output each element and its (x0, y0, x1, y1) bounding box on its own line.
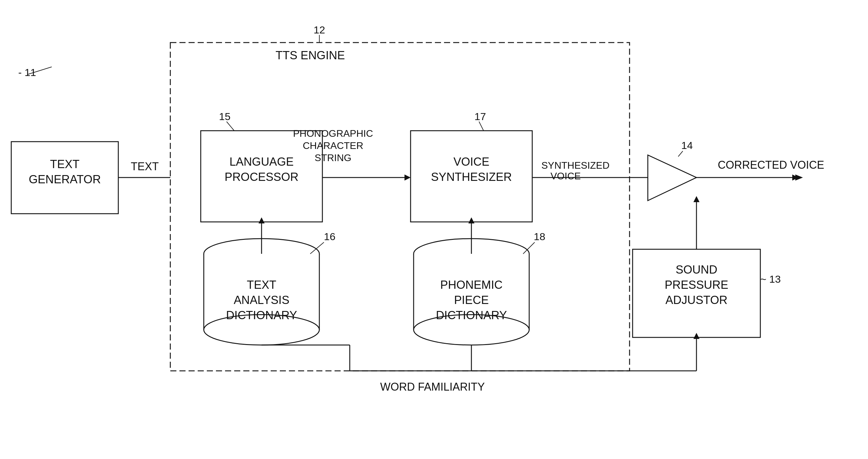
lp-label1: LANGUAGE (229, 155, 293, 168)
diagram-container: - 11 TEXT GENERATOR TEXT TTS ENGINE 12 L… (0, 0, 868, 459)
word-fam-label: WORD FAMILIARITY (380, 381, 485, 393)
vs-label2: SYNTHESIZER (431, 170, 512, 183)
ppd-label2: PIECE (454, 294, 489, 306)
phono-char-label2: CHARACTER (303, 140, 363, 151)
text-label: TEXT (131, 160, 159, 173)
tts-engine-label: TTS ENGINE (276, 49, 345, 62)
ref-17: 17 (474, 111, 486, 122)
phono-char-label1: PHONOGRAPHIC (293, 128, 373, 139)
ref-15: 15 (219, 111, 230, 122)
ppd-label1: PHONEMIC (440, 278, 503, 291)
svg-line-4 (678, 151, 683, 157)
ref-18: 18 (534, 231, 545, 242)
sp-label3: ADJUSTOR (665, 294, 727, 306)
tad-label3: DICTIONARY (226, 309, 297, 322)
ref-16: 16 (324, 231, 336, 242)
ref-12: 12 (314, 24, 325, 36)
amplifier-triangle (648, 155, 696, 201)
synth-voice-label: SYNTHESIZED (541, 160, 610, 171)
lp-label2: PROCESSOR (225, 170, 299, 183)
ref-13: ~ 13 (760, 273, 781, 285)
synth-voice-label2: VOICE (551, 170, 581, 182)
sp-label2: PRESSURE (664, 278, 728, 291)
corrected-voice-arrowhead (795, 174, 803, 181)
phono-char-label3: STRING (315, 152, 351, 163)
text-generator-label1: TEXT (50, 158, 80, 170)
corrected-voice-label: CORRECTED VOICE (718, 159, 824, 171)
tad-label2: ANALYSIS (234, 294, 289, 306)
sp-label1: SOUND (676, 263, 717, 276)
tad-label1: TEXT (247, 278, 276, 291)
text-generator-label2: GENERATOR (29, 173, 101, 186)
ref-14: 14 (681, 139, 693, 151)
sound-pressure-box (632, 249, 760, 337)
arrow-spa-amp-head (693, 196, 700, 202)
vs-label1: VOICE (454, 155, 489, 168)
ppd-label3: DICTIONARY (436, 309, 507, 322)
